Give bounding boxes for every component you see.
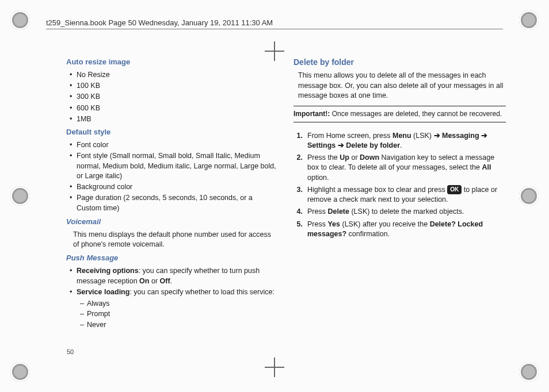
step-2: 2. Press the Up or Down Navigation key t…: [293, 153, 506, 183]
list-item: Service loading: you can specify whether…: [70, 287, 279, 297]
page-number: 50: [67, 348, 74, 355]
ok-button-icon: OK: [447, 185, 462, 194]
step-5: 5. Press Yes (LSK) after you receive the…: [293, 220, 506, 240]
crop-mark-icon: [10, 10, 30, 30]
list-item: 300 KB: [70, 92, 279, 102]
list-item: Always: [80, 299, 279, 309]
crop-mark-icon: [10, 362, 30, 382]
crop-mark-icon: [519, 10, 539, 30]
delete-intro: This menu allows you to delete all of th…: [298, 71, 506, 101]
push-list: Receiving options: you can specify wheth…: [66, 265, 279, 298]
crop-mark-icon: [519, 186, 539, 206]
heading-default-style: Default style: [66, 127, 279, 137]
step-1: 1. From Home screen, press Menu (LSK) ➔ …: [293, 131, 506, 151]
list-item: 600 KB: [70, 103, 279, 113]
auto-resize-list: No Resize 100 KB 300 KB 600 KB 1MB: [66, 69, 279, 125]
page-source-header: t259_Sienna.book Page 50 Wednesday, Janu…: [46, 18, 503, 29]
list-item: Page duration (2 seconds, 5 seconds, 10 …: [70, 193, 279, 213]
delete-steps: 1. From Home screen, press Menu (LSK) ➔ …: [293, 129, 506, 242]
list-item: Receiving options: you can specify wheth…: [70, 266, 279, 286]
right-column: Delete by folder This menu allows you to…: [293, 55, 506, 347]
label-service-loading: Service loading: [77, 288, 129, 296]
list-item: Prompt: [80, 309, 279, 319]
heading-voicemail: Voicemail: [66, 217, 279, 227]
heading-auto-resize: Auto resize image: [66, 57, 279, 67]
registration-mark-icon: [266, 359, 283, 376]
heading-push-message: Push Message: [66, 253, 279, 263]
service-loading-options: Always Prompt Never: [80, 298, 279, 330]
list-item: 100 KB: [70, 81, 279, 91]
list-item: Background color: [70, 182, 279, 192]
manual-page: t259_Sienna.book Page 50 Wednesday, Janu…: [0, 0, 549, 392]
page-content: Auto resize image No Resize 100 KB 300 K…: [66, 55, 506, 347]
crop-mark-icon: [519, 362, 539, 382]
step-4: 4. Press Delete (LSK) to delete the mark…: [293, 207, 506, 217]
list-item: 1MB: [70, 114, 279, 124]
crop-mark-icon: [10, 186, 30, 206]
step-3: 3. Highlight a message box to clear and …: [293, 185, 506, 205]
voicemail-body: This menu displays the default phone num…: [73, 230, 279, 250]
heading-delete-by-folder: Delete by folder: [293, 57, 506, 68]
important-note: Important!: Once messages are deleted, t…: [293, 106, 506, 122]
label-receiving-options: Receiving options: [77, 267, 139, 275]
list-item: Font color: [70, 140, 279, 150]
left-column: Auto resize image No Resize 100 KB 300 K…: [66, 55, 279, 347]
list-item: Font style (Small normal, Small bold, Sm…: [70, 151, 279, 181]
default-style-list: Font color Font style (Small normal, Sma…: [66, 139, 279, 214]
list-item: Never: [80, 320, 279, 330]
list-item: No Resize: [70, 70, 279, 80]
